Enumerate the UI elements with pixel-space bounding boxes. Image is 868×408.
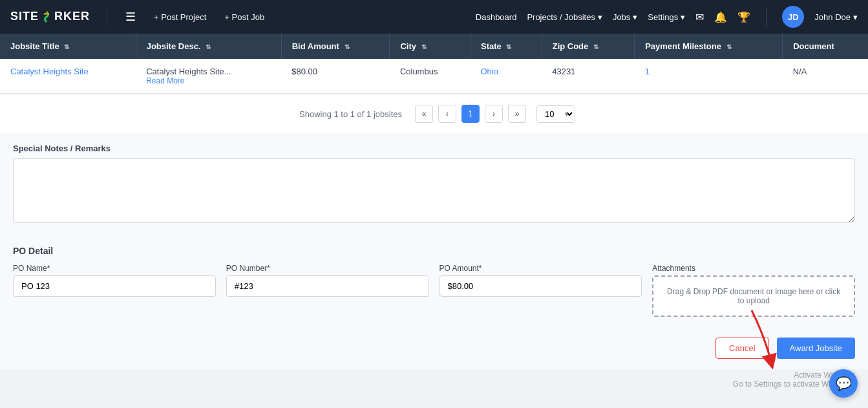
attachments-dropzone[interactable]: Drag & Drop PDF document or image here o…	[652, 275, 855, 317]
hamburger-button[interactable]: ☰	[120, 7, 141, 27]
po-grid: PO Name* PO Number* PO Amount* Attachmen…	[13, 264, 855, 317]
po-number-label: PO Number*	[226, 264, 429, 273]
pagination-info: Showing 1 to 1 of 1 jobsites	[299, 109, 402, 119]
read-more-link[interactable]: Read More	[146, 76, 271, 85]
sort-icon: ⇅	[64, 43, 69, 50]
sort-icon: ⇅	[726, 43, 732, 50]
po-amount-group: PO Amount*	[439, 264, 642, 297]
table-body: Catalyst Heights Site Catalyst Heights S…	[0, 59, 868, 94]
pagination: Showing 1 to 1 of 1 jobsites « ‹ 1 › » 1…	[0, 94, 868, 133]
post-job-label: + Post Job	[224, 12, 264, 22]
post-project-label: + Post Project	[154, 12, 206, 22]
table-header: Jobsite Title ⇅ Jobsite Desc. ⇅ Bid Amou…	[0, 34, 868, 59]
col-jobsite-title[interactable]: Jobsite Title ⇅	[0, 34, 136, 59]
chevron-down-icon: ▾	[633, 12, 637, 22]
col-state[interactable]: State ⇅	[470, 34, 542, 59]
po-name-label: PO Name*	[13, 264, 216, 273]
cancel-button[interactable]: Cancel	[715, 338, 768, 359]
po-name-input[interactable]	[13, 275, 216, 297]
post-project-button[interactable]: + Post Project	[149, 8, 211, 26]
col-payment-milestone[interactable]: Payment Milestone ⇅	[635, 34, 783, 59]
user-name[interactable]: John Doe ▾	[814, 12, 858, 22]
po-detail-section: PO Detail PO Name* PO Number* PO Amount*…	[0, 235, 868, 327]
sort-icon: ⇅	[593, 43, 598, 50]
jobsite-desc-short: Catalyst Heights Site...	[146, 67, 231, 76]
col-bid-amount[interactable]: Bid Amount ⇅	[281, 34, 390, 59]
buttons-row: Cancel Award Jobsite	[0, 327, 868, 369]
po-amount-input[interactable]	[439, 275, 642, 297]
po-number-group: PO Number*	[226, 264, 429, 297]
sort-icon: ⇅	[421, 43, 427, 50]
sort-icon: ⇅	[344, 43, 350, 50]
mail-icon[interactable]: ✉	[695, 11, 704, 23]
chevron-down-icon: ▾	[681, 12, 685, 22]
logo[interactable]: SITERKER	[10, 10, 90, 24]
col-jobsite-desc[interactable]: Jobsite Desc. ⇅	[136, 34, 281, 59]
po-name-group: PO Name*	[13, 264, 216, 297]
last-page-button[interactable]: »	[508, 105, 526, 123]
logo-text: SITERKER	[10, 10, 90, 24]
cell-state: Ohio	[470, 59, 542, 94]
col-document: Document	[783, 34, 868, 59]
chevron-down-icon: ▾	[853, 12, 858, 22]
cell-document: N/A	[783, 59, 868, 94]
special-notes-label: Special Notes / Remarks	[13, 144, 855, 153]
special-notes-section: Special Notes / Remarks	[0, 133, 868, 235]
col-zip-code[interactable]: Zip Code ⇅	[542, 34, 634, 59]
avatar[interactable]: JD	[782, 6, 804, 28]
attachments-group: Attachments Drag & Drop PDF document or …	[652, 264, 855, 317]
col-city[interactable]: City ⇅	[390, 34, 471, 59]
nav-dashboard[interactable]: Dashboard	[476, 12, 517, 22]
header-divider	[107, 7, 107, 27]
next-page-button[interactable]: ›	[485, 105, 503, 123]
attachments-placeholder: Drag & Drop PDF document or image here o…	[664, 287, 843, 305]
nav-projects[interactable]: Projects / Jobsites ▾	[527, 12, 602, 22]
trophy-icon[interactable]: 🏆	[737, 11, 750, 23]
state-link[interactable]: Ohio	[480, 67, 498, 76]
sort-icon: ⇅	[506, 43, 511, 50]
jobsite-title-link[interactable]: Catalyst Heights Site	[10, 67, 89, 76]
table-row: Catalyst Heights Site Catalyst Heights S…	[0, 59, 868, 94]
table-container: Jobsite Title ⇅ Jobsite Desc. ⇅ Bid Amou…	[0, 34, 868, 94]
page-1-button[interactable]: 1	[461, 105, 480, 123]
special-notes-textarea[interactable]	[13, 158, 855, 223]
hamburger-icon: ☰	[125, 10, 136, 23]
header-right: Dashboard Projects / Jobsites ▾ Jobs ▾ S…	[476, 6, 858, 28]
cell-jobsite-title: Catalyst Heights Site	[0, 59, 136, 94]
po-number-input[interactable]	[226, 275, 429, 297]
jobsite-table: Jobsite Title ⇅ Jobsite Desc. ⇅ Bid Amou…	[0, 34, 868, 94]
cell-payment-milestone: 1	[635, 59, 783, 94]
po-detail-title: PO Detail	[13, 246, 855, 256]
prev-page-button[interactable]: ‹	[438, 105, 456, 123]
po-amount-label: PO Amount*	[439, 264, 642, 273]
sort-icon: ⇅	[206, 43, 211, 50]
first-page-button[interactable]: «	[415, 105, 433, 123]
award-jobsite-button[interactable]: Award Jobsite	[777, 338, 855, 359]
post-job-button[interactable]: + Post Job	[219, 8, 270, 26]
nav-settings[interactable]: Settings ▾	[648, 12, 685, 22]
cell-zip-code: 43231	[542, 59, 634, 94]
bell-icon[interactable]: 🔔	[714, 11, 727, 23]
header-divider-right	[766, 7, 767, 27]
page-size-select[interactable]: 10 25 50 100	[536, 105, 575, 123]
header: SITERKER ☰ + Post Project + Post Job Das…	[0, 0, 868, 34]
cell-jobsite-desc: Catalyst Heights Site... Read More	[136, 59, 281, 94]
attachments-label: Attachments	[652, 264, 855, 273]
chevron-down-icon: ▾	[598, 12, 602, 22]
cell-city: Columbus	[390, 59, 471, 94]
payment-milestone-link[interactable]: 1	[645, 67, 650, 76]
nav-jobs[interactable]: Jobs ▾	[613, 12, 637, 22]
cell-bid-amount: $80.00	[281, 59, 390, 94]
